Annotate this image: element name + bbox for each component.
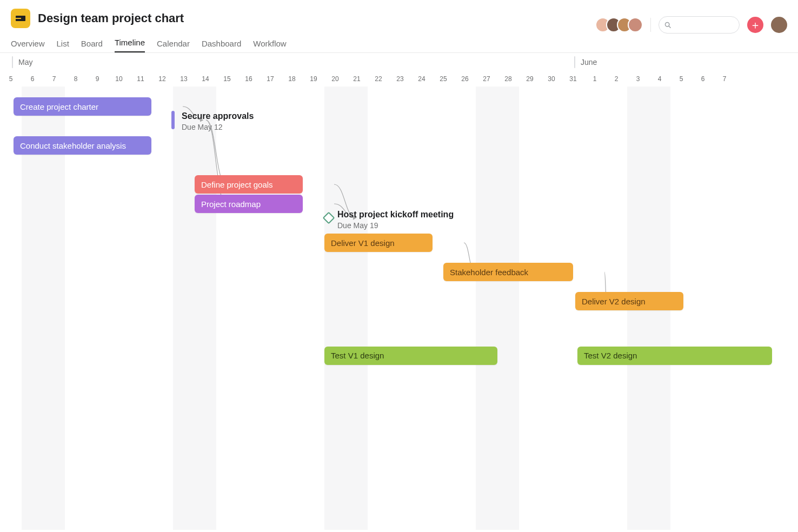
day-label: 6 <box>692 71 714 87</box>
day-label: 22 <box>368 71 389 87</box>
svg-line-1 <box>669 26 670 28</box>
timeline[interactable]: MayJune 56789101112131415161718192021222… <box>0 53 798 530</box>
day-label: 17 <box>260 71 281 87</box>
day-label: 2 <box>606 71 627 87</box>
tab-calendar[interactable]: Calendar <box>157 39 190 52</box>
day-label: 13 <box>173 71 195 87</box>
task-deliver-v1[interactable]: Deliver V1 design <box>324 234 433 252</box>
chart-area[interactable]: Create project charterConduct stakeholde… <box>0 87 798 530</box>
day-label: 8 <box>65 71 87 87</box>
view-tabs: OverviewListBoardTimelineCalendarDashboa… <box>0 36 798 53</box>
day-label: 25 <box>433 71 454 87</box>
day-label: 16 <box>238 71 260 87</box>
day-label: 20 <box>324 71 346 87</box>
day-label: 10 <box>108 71 130 87</box>
day-label: 6 <box>22 71 43 87</box>
add-button[interactable]: ＋ <box>747 17 763 33</box>
task-test-v2[interactable]: Test V2 design <box>577 347 772 365</box>
milestone-secure-approvals[interactable]: Secure approvalsDue May 12 <box>182 111 254 132</box>
day-label: 11 <box>130 71 151 87</box>
milestone-kickoff-meeting[interactable]: Host project kickoff meetingDue May 19 <box>337 209 454 230</box>
tab-list[interactable]: List <box>57 39 69 52</box>
month-header: MayJune <box>0 53 798 71</box>
task-test-v1[interactable]: Test V1 design <box>324 347 497 365</box>
day-label: 18 <box>281 71 303 87</box>
day-header: 5678910111213141516171819202122232425262… <box>0 71 798 87</box>
search-icon <box>664 21 671 29</box>
day-label: 31 <box>562 71 584 87</box>
day-label: 5 <box>0 71 22 87</box>
day-label: 26 <box>454 71 476 87</box>
current-user-avatar[interactable] <box>771 17 787 33</box>
project-title[interactable]: Design team project chart <box>38 11 184 25</box>
milestone-marker-kickoff-meeting[interactable] <box>323 212 335 224</box>
day-label: 3 <box>627 71 649 87</box>
task-deliver-v2[interactable]: Deliver V2 design <box>575 292 683 310</box>
day-label: 28 <box>497 71 519 87</box>
tab-dashboard[interactable]: Dashboard <box>202 39 241 52</box>
tab-timeline[interactable]: Timeline <box>115 38 145 52</box>
day-label: 14 <box>195 71 216 87</box>
tab-workflow[interactable]: Workflow <box>253 39 286 52</box>
day-label: 4 <box>649 71 670 87</box>
member-avatar[interactable] <box>628 17 643 32</box>
task-stakeholder-fb[interactable]: Stakeholder feedback <box>443 263 573 281</box>
day-label: 7 <box>43 71 65 87</box>
task-define-goals[interactable]: Define project goals <box>195 175 303 194</box>
day-label: 21 <box>346 71 368 87</box>
day-label: 27 <box>476 71 497 87</box>
milestone-marker-secure-approvals[interactable] <box>171 111 175 129</box>
month-label: June <box>574 56 597 68</box>
day-label: 15 <box>216 71 238 87</box>
day-label: 30 <box>541 71 562 87</box>
day-label: 23 <box>389 71 411 87</box>
tab-overview[interactable]: Overview <box>11 39 45 52</box>
search-input[interactable] <box>675 21 734 29</box>
day-label: 9 <box>87 71 108 87</box>
task-create-charter[interactable]: Create project charter <box>14 97 151 116</box>
member-avatars[interactable] <box>595 17 643 32</box>
plus-icon: ＋ <box>750 19 761 30</box>
day-label: 24 <box>411 71 433 87</box>
day-label: 7 <box>714 71 735 87</box>
month-label: May <box>12 56 32 68</box>
search-box[interactable] <box>659 16 740 34</box>
day-label: 19 <box>303 71 324 87</box>
day-label: 29 <box>519 71 541 87</box>
divider <box>650 18 651 32</box>
task-project-roadmap[interactable]: Project roadmap <box>195 195 303 213</box>
day-label: 5 <box>670 71 692 87</box>
day-label: 12 <box>151 71 173 87</box>
project-icon[interactable] <box>11 9 30 28</box>
day-label: 1 <box>584 71 606 87</box>
tab-board[interactable]: Board <box>81 39 103 52</box>
task-stakeholder-analysis[interactable]: Conduct stakeholder analysis <box>14 136 151 155</box>
